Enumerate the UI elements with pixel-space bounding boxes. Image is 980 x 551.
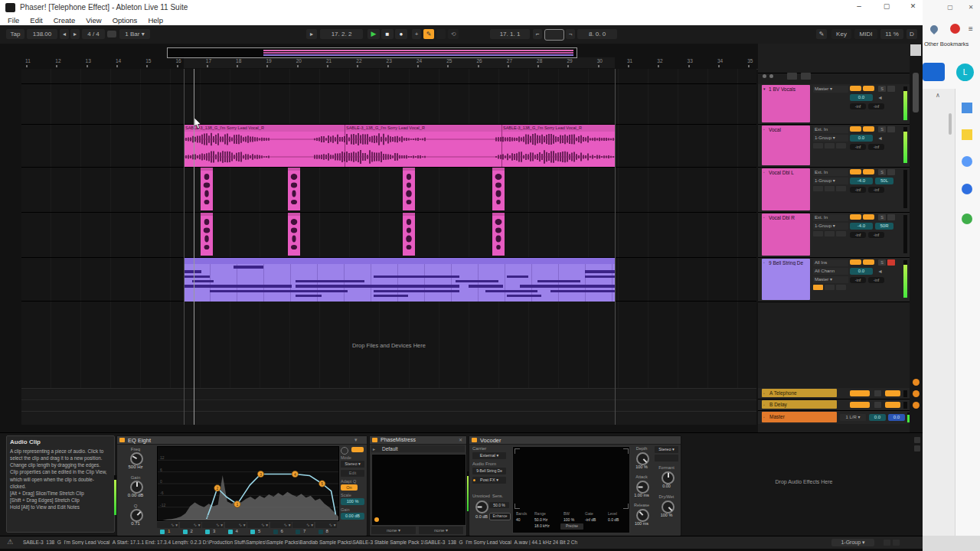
vocoder-enhance-button[interactable]: Enhance	[489, 513, 511, 520]
zoom-back-button[interactable]	[913, 379, 920, 386]
track-stop-button[interactable]	[863, 259, 874, 265]
eq-audition-button[interactable]	[341, 447, 348, 455]
eq-band-8-filter-chooser[interactable]: ∿ ▾	[315, 522, 337, 528]
avatar[interactable]: L	[956, 64, 974, 81]
minimize-button[interactable]: –	[848, 2, 870, 10]
audio-clip-chop[interactable]	[492, 213, 505, 256]
track-stop-button[interactable]	[863, 86, 874, 91]
eq-edit-mode-toggle[interactable]	[351, 447, 364, 452]
eq-band-5-filter-chooser[interactable]: ∿ ▾	[247, 522, 269, 528]
returns-show-button[interactable]	[769, 74, 773, 78]
track-stop-button[interactable]	[863, 126, 874, 132]
arm-button[interactable]	[887, 169, 895, 175]
vocoder-precise-button[interactable]: Precise	[560, 523, 583, 530]
device-fold-icon[interactable]: ▾	[354, 437, 358, 443]
routing-chooser[interactable]: Master ▾	[813, 86, 848, 93]
re-enable-automation-button[interactable]	[436, 29, 446, 39]
play-button[interactable]: ▶	[368, 29, 380, 39]
vocoder-depth-knob[interactable]	[636, 452, 649, 465]
zoom-out-button[interactable]	[913, 402, 920, 409]
record-button[interactable]: ●	[395, 29, 407, 39]
vocoder-carrier-chooser[interactable]: External ▾	[472, 452, 506, 459]
close-icon[interactable]: ✕	[459, 437, 462, 442]
eq-band-8-toggle[interactable]	[318, 530, 323, 534]
overdub-button[interactable]: +	[412, 29, 421, 39]
solo-button[interactable]: S	[878, 259, 886, 266]
app-icon-drive[interactable]	[962, 103, 972, 113]
monitor-auto-button[interactable]	[825, 231, 835, 236]
audio-clip-chop[interactable]	[288, 168, 300, 210]
return-send-knob[interactable]	[885, 390, 900, 396]
track-name-chip[interactable]: ▾1 BV Vocals	[762, 85, 810, 122]
eq-scale-field[interactable]: 100 %	[341, 498, 364, 505]
solo-button[interactable]: S	[878, 169, 886, 175]
stop-button[interactable]: ■	[381, 29, 394, 39]
audio-clip-vocal[interactable]: SABLE-3_138_G_I'm Sorry Lead Vocal_RSABL…	[184, 125, 615, 167]
metronome-toggle[interactable]	[107, 31, 116, 37]
tap-tempo-button[interactable]: Tap	[6, 29, 24, 39]
routing-chooser[interactable]: 1-Group ▾	[813, 178, 848, 184]
volume-field[interactable]: -4.0	[850, 178, 873, 184]
audio-clip-chop[interactable]	[201, 168, 213, 210]
return-name-chip[interactable]: ◦A Telephone	[762, 389, 837, 397]
arm-button[interactable]	[887, 126, 895, 132]
pan-knob[interactable]: ◄	[877, 135, 883, 141]
nudge-down-button[interactable]: ◂	[60, 29, 69, 39]
solo-button[interactable]: S	[878, 214, 886, 220]
vocoder-output-mode-chooser[interactable]: Stereo ▾	[655, 446, 678, 453]
punch-in-button[interactable]: ⌐	[533, 29, 542, 39]
eq-band-3-toggle[interactable]	[205, 530, 210, 534]
routing-chooser[interactable]: All Ins	[813, 259, 848, 266]
loop-start-field[interactable]: 17. 1. 1	[490, 29, 530, 39]
vocoder-release-knob[interactable]	[636, 509, 649, 522]
eq-adapt-q-toggle[interactable]: On	[341, 484, 358, 491]
device-activator[interactable]	[472, 438, 477, 442]
send-a-field[interactable]: -inf	[850, 103, 866, 109]
vocoder-unvoiced-knob[interactable]	[475, 500, 488, 514]
plugin-panel[interactable]	[371, 454, 466, 526]
sends-show-button[interactable]	[801, 73, 811, 80]
plugin-param-b-chooser[interactable]: none ▾	[419, 527, 463, 534]
routing-chooser[interactable]: 1-Group ▾	[813, 223, 848, 230]
volume-field[interactable]: 0.0	[850, 94, 873, 101]
panel-scrollbar[interactable]	[949, 113, 952, 135]
vocoder-bw-value[interactable]: 100 %	[564, 517, 574, 522]
vocoder-range-hi-value[interactable]: 18.0 kHz	[534, 523, 550, 528]
loop-length-field[interactable]: 8. 0. 0	[577, 29, 617, 39]
routing-chooser[interactable]: 1-Group ▾	[813, 135, 848, 142]
browser-menu-icon[interactable]: ≡	[969, 24, 973, 33]
eq-band-2-toggle[interactable]	[183, 530, 188, 534]
device-view-side-button-1[interactable]	[914, 437, 920, 443]
mixer-show-button[interactable]	[787, 73, 797, 80]
vocoder-output-aux-box[interactable]	[655, 455, 678, 461]
track-activator[interactable]	[850, 259, 861, 265]
menu-help[interactable]: Help	[148, 16, 163, 24]
routing-chooser[interactable]: Master ▾	[813, 276, 848, 283]
send-a-field[interactable]: -inf	[850, 144, 866, 150]
vocoder-sens-field[interactable]: 50.0 %	[489, 502, 509, 508]
send-a-field[interactable]: -inf	[850, 277, 866, 283]
return-activator[interactable]	[850, 402, 870, 408]
send-b-field[interactable]: -inf	[868, 277, 884, 283]
send-a-field[interactable]: -inf	[850, 232, 866, 238]
audio-clip-chop[interactable]	[492, 168, 505, 210]
track-name-chip[interactable]: ◦Vocal Dbl L	[762, 168, 810, 210]
monitor-off-button[interactable]	[836, 231, 846, 236]
send-b-field[interactable]: -inf	[868, 144, 884, 150]
master-volume-field[interactable]: 0.0	[869, 414, 886, 421]
volume-field[interactable]: 0.0	[850, 268, 873, 275]
return-name-chip[interactable]: ◦B Delay	[762, 400, 837, 409]
eq-band-7-toggle[interactable]	[296, 530, 300, 534]
eq-q-knob[interactable]	[130, 509, 143, 522]
arm-button[interactable]	[887, 86, 895, 92]
eq-band-7-filter-chooser[interactable]: ∿ ▾	[292, 522, 314, 528]
monitor-auto-button[interactable]	[825, 285, 835, 290]
close-button[interactable]: ✕	[903, 2, 923, 10]
send-a-field[interactable]: -inf	[850, 187, 866, 193]
io-show-button[interactable]	[763, 74, 766, 78]
app-icon-sheets[interactable]	[962, 214, 972, 224]
eq-freq-knob[interactable]	[130, 452, 143, 465]
pan-knob[interactable]: ◄	[877, 269, 883, 274]
app-icon-chat[interactable]	[962, 156, 972, 167]
vertical-scrollbar[interactable]	[913, 73, 919, 112]
